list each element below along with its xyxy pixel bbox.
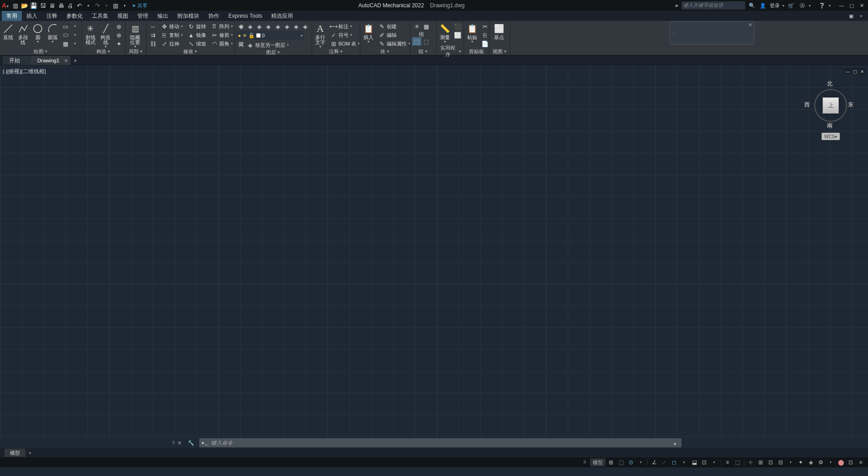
login-drop-icon[interactable]: ▾ [782,4,784,8]
arc-button[interactable]: 圆弧▼ [46,22,60,43]
cline-button[interactable]: ╱构造 线▼ [99,22,113,48]
layer-qat-icon[interactable]: ▥ [112,2,119,9]
group-button[interactable]: 组 [412,31,431,37]
edit-block-button[interactable]: ✐编辑 [377,31,412,39]
panel-group-title[interactable]: 组▼ [412,48,434,55]
redo-icon[interactable]: ↷ [94,2,101,9]
tab-collab[interactable]: 协作 [204,11,224,21]
custom-icon[interactable]: ≡ [856,458,865,466]
line-button[interactable]: 直线 [2,22,15,40]
st-drop2-icon[interactable]: ▾ [786,458,795,466]
panel-util-title[interactable]: 实用程序▼ [439,48,462,55]
tab-output[interactable]: 输出 [153,11,173,21]
save-icon[interactable]: 💾 [30,2,37,9]
vp-close-icon[interactable]: ✕ [859,68,865,75]
dim-button[interactable]: ⟷标注▾ [328,22,361,30]
search-input[interactable]: 键入关键字或短语 [681,1,745,10]
st-i3-icon[interactable]: ⊟ [776,458,785,466]
moveto-layer-button[interactable]: ⇱◈移至另一图层▾ [237,41,310,49]
mtext-button[interactable]: A多行 文字▼ [314,22,327,48]
app-menu-button[interactable]: A [2,2,8,9]
cmd-custom-icon[interactable]: 🔧 [187,439,195,446]
command-input[interactable]: 键入命令 [211,440,671,446]
clean-icon[interactable]: ⊡ [846,458,855,466]
panel-annot-title[interactable]: 注释▼ [314,48,358,55]
dim-icon[interactable]: ↔ [148,22,157,30]
copy2-icon[interactable]: ⎘ [480,31,490,39]
scale-button[interactable]: ⤡缩放 [186,40,207,48]
close-button[interactable]: ✕ [857,2,866,9]
tab-annotate[interactable]: 注释 [42,11,62,21]
base-button[interactable]: ⬜基点 [491,22,507,40]
viewport-label[interactable]: [-][俯视][二维线框] [3,68,46,75]
paste-button[interactable]: 📋粘贴▼ [466,22,479,43]
sym-button[interactable]: ✓符号▾ [328,31,361,39]
osnap-icon[interactable]: ◻ [670,458,679,466]
login-label[interactable]: 登录 [770,2,780,9]
cl-opt2-icon[interactable]: ⊗ [114,31,123,39]
tab-toolset[interactable]: 工具集 [87,11,113,21]
grp-i4-icon[interactable]: ⬚ [422,37,431,45]
track-icon[interactable]: ⟋ [660,458,669,466]
tab-start[interactable]: 开始 [3,56,31,65]
array-button[interactable]: ⠿阵列▾ [209,22,234,30]
layer-i5-icon[interactable]: ◈ [273,22,282,30]
util-i2-icon[interactable]: ⬜ [453,31,462,39]
hatch-icon[interactable]: ▦ [61,40,70,48]
layer-i6-icon[interactable]: ◈ [283,22,291,30]
ray-button[interactable]: ✳射线 模式 [84,22,97,45]
mirror-button[interactable]: ▲镜像 [186,31,207,39]
create-block-button[interactable]: ✎创建 [377,22,412,30]
add-tab-button[interactable]: + [71,56,81,65]
rotate-button[interactable]: ↻旋转 [186,22,207,30]
layer-i3-icon[interactable]: ◈ [255,22,264,30]
cut-icon[interactable]: ✂ [480,22,490,30]
dir-south[interactable]: 南 [827,122,833,130]
undo-drop-icon[interactable]: ▾ [85,2,92,9]
undo-icon[interactable]: ↶ [76,2,83,9]
user-icon[interactable]: 👤 [759,1,767,10]
layer-i1-icon[interactable]: ◈ [237,22,245,30]
sel-icon[interactable]: ⊹ [746,458,755,466]
hide-button[interactable]: ▥隐藏 位置▼ [127,22,143,48]
app-drop-icon[interactable]: ▾ [809,4,811,8]
panel-construct-title[interactable]: 构造▼ [84,48,123,55]
saveas-icon[interactable]: 🖫 [39,2,46,9]
viewcube[interactable]: 北 南 东 西 上 WCS ▾ [804,79,854,138]
cmd-close-icon[interactable]: ✕ [177,440,182,446]
grp-i2-icon[interactable]: ▦ [422,22,431,30]
maximize-button[interactable]: ▢ [847,2,856,9]
layer-i2-icon[interactable]: ◈ [246,22,254,30]
dir-east[interactable]: 东 [848,101,853,109]
plot-icon[interactable]: 🖶 [57,2,65,9]
add-layout-button[interactable]: + [25,450,35,456]
tab-express[interactable]: Express Tools [224,11,267,21]
offset-icon[interactable]: ⇉ [148,31,157,39]
snap-icon[interactable]: ⬚ [616,458,626,466]
panel-local-title[interactable]: 局部▼ [127,48,144,55]
tab-close-icon[interactable]: ✕ [64,58,68,63]
cart-icon[interactable]: 🛒 [787,1,795,10]
lwt-icon[interactable]: ≡ [723,458,732,466]
tab-parametric[interactable]: 参数化 [62,11,87,21]
polyline-button[interactable]: 多段线 [17,22,30,45]
drop-icon[interactable]: ▾ [71,40,80,48]
grid-icon[interactable]: ⊞ [606,458,616,466]
st-i2-icon[interactable]: ⊡ [766,458,775,466]
st-drop1-icon[interactable]: ▾ [710,458,719,466]
panel-draw-title[interactable]: 绘图▼ [2,48,80,55]
st-i1-icon[interactable]: ⊡ [700,458,709,466]
drop-icon[interactable]: ▾ [71,22,80,30]
3dosnap-icon[interactable]: ⬓ [690,458,699,466]
model-space-button[interactable]: 模型 [590,458,606,466]
util-i1-icon[interactable]: ⬛ [453,22,462,30]
anno-icon[interactable]: ✦ [796,458,805,466]
notif-close-icon[interactable]: ✕ [748,22,752,27]
st-opts-icon[interactable]: ⠿ [580,458,589,466]
bom-button[interactable]: ⊞BOM 表▾ [328,40,361,48]
qat-drop-icon[interactable]: ▾ [121,2,128,9]
fillet-button[interactable]: ◠圆角▾ [209,40,234,48]
wcs-button[interactable]: WCS ▾ [822,133,840,140]
panel-drop-icon[interactable]: ▾ [857,12,865,20]
insert-button[interactable]: 📋插入▼ [362,22,375,43]
